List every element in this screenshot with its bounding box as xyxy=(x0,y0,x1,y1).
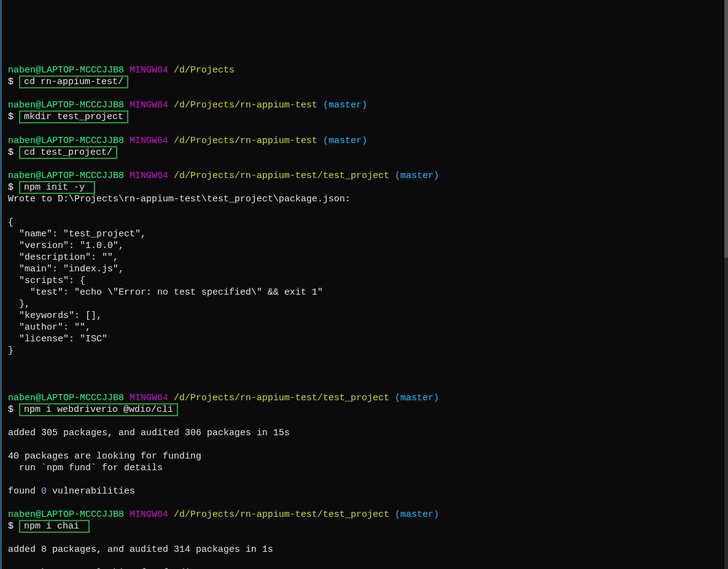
paren: ) xyxy=(362,100,367,110)
prompt-host: MINGW64 xyxy=(130,136,168,146)
paren: ) xyxy=(433,171,439,181)
output-json: { "name": "test_project", "version": "1.… xyxy=(8,217,323,357)
scrollbar-track[interactable] xyxy=(724,0,728,569)
prompt-path: /d/Projects/rn-appium-test xyxy=(174,100,317,110)
prompt-user: naben@LAPTOP-MCCCJJB8 xyxy=(8,100,124,110)
prompt-user: naben@LAPTOP-MCCCJJB8 xyxy=(8,509,124,520)
prompt-dollar: $ xyxy=(8,112,14,122)
terminal-output[interactable]: naben@LAPTOP-MCCCJJB8 MINGW64 /d/Project… xyxy=(8,53,722,569)
paren: ( xyxy=(395,171,400,181)
prompt-host: MINGW64 xyxy=(130,509,168,520)
output-line: added 305 packages, and audited 306 pack… xyxy=(8,428,290,438)
paren: ( xyxy=(323,136,328,146)
output-line: 40 packages are looking for funding run … xyxy=(8,451,201,473)
prompt-host: MINGW64 xyxy=(130,171,168,181)
prompt-path: /d/Projects xyxy=(174,65,234,75)
prompt-dollar: $ xyxy=(8,521,14,532)
prompt-dollar: $ xyxy=(8,147,14,158)
command-highlight: cd rn-appium-test/ xyxy=(19,75,128,88)
prompt-host: MINGW64 xyxy=(130,65,168,75)
prompt-path: /d/Projects/rn-appium-test/test_project xyxy=(174,509,389,520)
prompt-user: naben@LAPTOP-MCCCJJB8 xyxy=(8,136,124,146)
prompt-user: naben@LAPTOP-MCCCJJB8 xyxy=(8,393,124,403)
prompt-dollar: $ xyxy=(8,77,14,87)
output-line: added 8 packages, and audited 314 packag… xyxy=(8,544,273,555)
paren: ( xyxy=(395,393,400,403)
paren: ) xyxy=(433,393,439,403)
paren: ) xyxy=(433,509,439,520)
command-highlight: npm i chai xyxy=(19,520,90,533)
paren: ) xyxy=(362,136,367,146)
output-line: Wrote to D:\Projects\rn-appium-test\test… xyxy=(8,194,350,204)
prompt-path: /d/Projects/rn-appium-test xyxy=(174,136,317,146)
prompt-host: MINGW64 xyxy=(130,393,168,403)
prompt-path: /d/Projects/rn-appium-test/test_project xyxy=(174,393,389,403)
prompt-branch: master xyxy=(328,100,362,110)
scrollbar-thumb[interactable] xyxy=(724,0,728,258)
command-highlight: npm init -y xyxy=(19,181,95,194)
prompt-branch: master xyxy=(400,509,433,520)
command-highlight: cd test_project/ xyxy=(19,146,117,159)
output-found-pre: found xyxy=(8,486,41,497)
prompt-path: /d/Projects/rn-appium-test/test_project xyxy=(174,171,389,181)
command-highlight: mkdir test_project xyxy=(19,110,128,123)
output-found-post: vulnerabilities xyxy=(47,486,135,497)
prompt-branch: master xyxy=(328,136,362,146)
prompt-branch: master xyxy=(400,171,433,181)
command-highlight: npm i webdriverio @wdio/cli xyxy=(19,403,178,416)
prompt-user: naben@LAPTOP-MCCCJJB8 xyxy=(8,171,124,181)
prompt-dollar: $ xyxy=(8,404,14,415)
paren: ( xyxy=(323,100,328,110)
prompt-dollar: $ xyxy=(8,182,14,193)
prompt-branch: master xyxy=(400,393,433,403)
paren: ( xyxy=(395,509,400,520)
prompt-host: MINGW64 xyxy=(130,100,168,110)
output-zero: 0 xyxy=(41,486,47,497)
prompt-user: naben@LAPTOP-MCCCJJB8 xyxy=(8,65,124,75)
